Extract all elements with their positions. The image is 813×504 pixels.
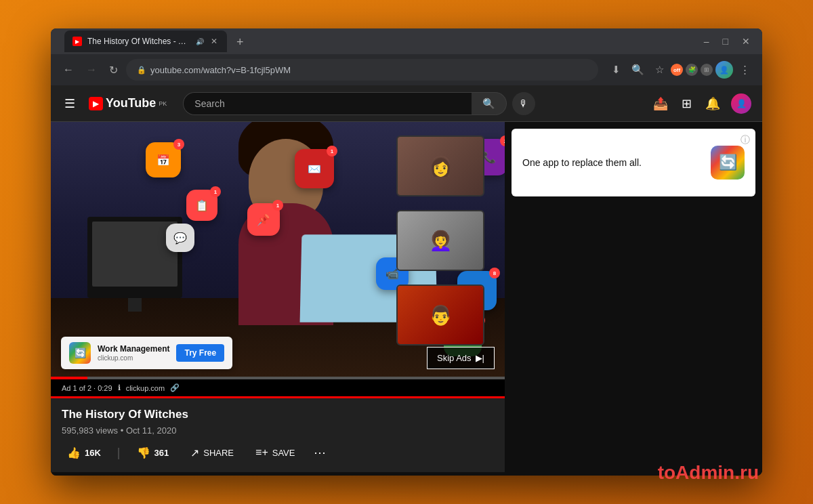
notification-calendar-icon: 📅 3 — [146, 142, 181, 177]
address-bar: ← → ↻ 🔒 youtube.com/watch?v=B-1fcjl5pWM … — [51, 54, 762, 85]
notification-email-icon: ✉️ 1 — [295, 149, 334, 188]
monitor-screen — [92, 222, 178, 287]
browser-window: YouTube ▶ The History Of Witches - You..… — [51, 28, 762, 476]
lock-icon: 🔒 — [137, 66, 146, 75]
menu-button[interactable]: ⋮ — [736, 61, 754, 79]
ad-info: Work Management clickup.com — [98, 344, 169, 362]
refresh-button[interactable]: ↻ — [105, 61, 122, 79]
ad-domain: clickup.com — [98, 354, 169, 362]
url-bar[interactable]: 🔒 youtube.com/watch?v=B-1fcjl5pWM — [126, 59, 598, 81]
youtube-header-actions: 📤 ⊞ 🔔 👤 — [650, 93, 751, 114]
youtube-logo-icon: ▶ — [89, 97, 103, 110]
upload-date-text: Oct 11, 2020 — [126, 425, 176, 436]
youtube-main: 📅 3 📋 1 💬 📌 1 ✉️ — [51, 122, 762, 476]
profile-icon[interactable]: 👤 — [715, 61, 733, 79]
sidebar-ad: ⓘ One app to replace them all. 🔄 — [512, 129, 755, 196]
like-button[interactable]: 👍 16K — [62, 444, 106, 462]
tab-bar: YouTube ▶ The History Of Witches - You..… — [64, 30, 694, 52]
back-button[interactable]: ← — [59, 61, 78, 79]
minimize-button[interactable]: – — [700, 35, 713, 48]
tab-favicon: YouTube ▶ — [72, 37, 82, 46]
download-button[interactable]: ⬇ — [608, 61, 625, 79]
like-divider: | — [117, 446, 121, 460]
vc-person-2: 👩‍🦱 — [398, 211, 483, 270]
dislike-button[interactable]: 👎 361 — [131, 444, 175, 462]
doc-badge: 1 — [210, 186, 221, 197]
camera-badge: 8 — [489, 268, 500, 278]
video-info-section: The History Of Witches 595,983 views • O… — [51, 396, 505, 472]
tab-close-button[interactable]: ✕ — [209, 35, 219, 47]
youtube-mic-button[interactable]: 🎙 — [512, 92, 535, 115]
new-tab-button[interactable]: + — [231, 33, 249, 52]
ad-overlay: 🔄 Work Management clickup.com Try Free — [61, 337, 232, 369]
notification-doc-icon: 📋 1 — [186, 190, 217, 221]
video-title: The History Of Witches — [62, 408, 188, 421]
skip-ads-icon: ▶| — [476, 353, 484, 363]
youtube-logo-pk: PK — [159, 100, 167, 107]
notification-sticker-icon: 📌 1 — [247, 203, 280, 236]
monitor-stand — [128, 298, 142, 312]
sidebar-ad-info-button[interactable]: ⓘ — [741, 134, 750, 146]
maximize-button[interactable]: □ — [719, 35, 732, 48]
save-icon: ≡+ — [255, 446, 268, 459]
bookmark-button[interactable]: ☆ — [651, 61, 668, 79]
sidebar-ad-logo: 🔄 — [711, 146, 745, 180]
forward-button[interactable]: → — [82, 61, 101, 79]
watermark: toAdmin.ru — [658, 462, 759, 484]
vc-person-3: 👨 — [398, 286, 483, 344]
url-text: youtube.com/watch?v=B-1fcjl5pWM — [150, 65, 291, 75]
video-player[interactable]: 📅 3 📋 1 💬 📌 1 ✉️ — [51, 122, 505, 379]
video-call-thumb-1: 👩 — [396, 135, 484, 196]
save-label: SAVE — [272, 448, 295, 458]
video-progress-bar[interactable] — [51, 377, 505, 379]
like-icon: 👍 — [67, 446, 81, 459]
youtube-notifications-button[interactable]: 🔔 — [703, 93, 723, 114]
browser-action-buttons: ⬇ 🔍 ☆ off 🧩 ⊞ 👤 ⋮ — [608, 61, 754, 79]
extension-icon-2[interactable]: 🧩 — [686, 64, 698, 76]
extension-icon-3[interactable]: ⊞ — [701, 64, 713, 76]
video-call-thumb-2: 👩‍🦱 — [396, 210, 484, 271]
skip-ads-label: Skip Ads — [437, 353, 472, 363]
ad-info-icon: ℹ — [118, 383, 121, 392]
more-options-button[interactable]: ⋯ — [311, 442, 329, 463]
zoom-button[interactable]: 🔍 — [627, 61, 648, 79]
video-section: 📅 3 📋 1 💬 📌 1 ✉️ — [51, 122, 505, 476]
ad-source-text: clickup.com — [126, 384, 165, 392]
share-label: SHARE — [203, 448, 234, 458]
ad-cta-button[interactable]: Try Free — [176, 344, 224, 362]
ad-link-icon: 🔗 — [170, 383, 180, 392]
title-bar: YouTube ▶ The History Of Witches - You..… — [51, 28, 762, 54]
youtube-play-icon: ▶ — [93, 99, 99, 108]
share-button[interactable]: ↗ SHARE — [185, 444, 239, 462]
save-button[interactable]: ≡+ SAVE — [250, 444, 300, 461]
dislike-icon: 👎 — [137, 446, 150, 459]
yt-menu-button[interactable]: ☰ — [62, 93, 78, 114]
youtube-logo-text: YouTube — [106, 96, 156, 110]
youtube-logo[interactable]: ▶ YouTubePK — [89, 96, 167, 110]
share-icon: ↗ — [190, 446, 199, 459]
video-call-thumb-3: 👨 — [396, 285, 484, 345]
active-tab[interactable]: YouTube ▶ The History Of Witches - You..… — [64, 30, 227, 52]
window-controls: – □ ✕ — [700, 35, 754, 48]
youtube-apps-button[interactable]: ⊞ — [679, 93, 694, 114]
video-progress-fill — [51, 377, 87, 379]
notification-chat-icon: 💬 — [166, 224, 194, 252]
sidebar-ad-text: One app to replace them all. — [522, 157, 703, 168]
vc-person-1: 👩 — [398, 137, 483, 195]
sticker-badge: 1 — [272, 200, 283, 211]
calendar-badge: 3 — [173, 139, 184, 150]
youtube-search-input[interactable] — [183, 92, 472, 115]
ad-label: Ad 1 of 2 · 0:29 — [62, 384, 112, 392]
youtube-avatar[interactable]: 👤 — [731, 93, 751, 114]
video-stats: 595,983 views • Oct 11, 2020 — [62, 425, 494, 436]
upload-date: • — [121, 425, 126, 436]
email-badge: 1 — [327, 146, 337, 156]
youtube-upload-button[interactable]: 📤 — [650, 93, 671, 114]
extension-icon-1[interactable]: off — [671, 64, 683, 76]
close-button[interactable]: ✕ — [738, 35, 754, 48]
tab-title: The History Of Witches - You... — [87, 37, 190, 46]
youtube-search-button[interactable]: 🔍 — [472, 92, 507, 115]
skip-ads-button[interactable]: Skip Ads ▶| — [427, 347, 495, 369]
like-count: 16K — [85, 448, 101, 458]
dislike-count: 361 — [154, 448, 169, 458]
